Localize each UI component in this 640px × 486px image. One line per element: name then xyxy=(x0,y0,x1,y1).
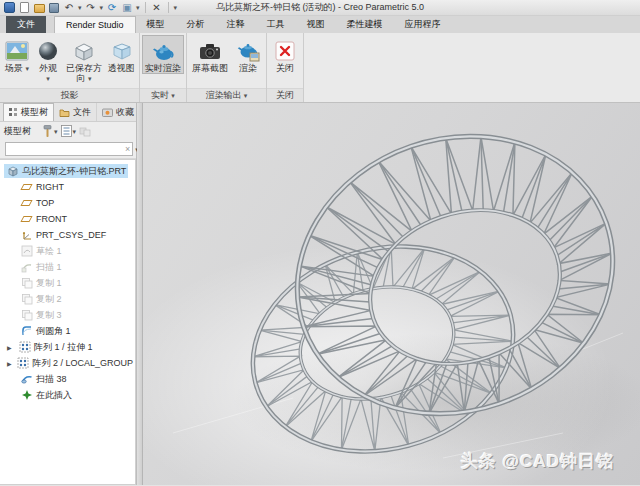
hammer-icon xyxy=(42,125,53,137)
undo-dropdown-icon[interactable]: ▾ xyxy=(78,4,82,11)
tree-item-sweep38[interactable]: 扫描 38 xyxy=(0,371,135,387)
render-button[interactable]: 渲染 xyxy=(232,35,264,74)
tree-item-copy1[interactable]: 复制 1 xyxy=(0,275,135,291)
tab-applications[interactable]: 应用程序 xyxy=(394,16,452,33)
tree-item-pattern2[interactable]: ▶ 阵列 2 / LOCAL_GROUP xyxy=(0,355,135,371)
redo-dropdown-icon[interactable]: ▾ xyxy=(100,4,104,11)
tree-item-sketch1[interactable]: 草绘 1 xyxy=(0,243,135,259)
render-teapot-icon xyxy=(235,38,261,63)
perspective-button-label: 透视图 xyxy=(108,63,135,73)
group-label-render-output[interactable]: 渲染输出▾ xyxy=(187,88,266,102)
tab-annotate[interactable]: 注释 xyxy=(216,16,256,33)
appearance-button-label: 外观 xyxy=(39,63,57,73)
copy-icon xyxy=(20,309,33,321)
sweep-icon xyxy=(20,261,33,273)
realtime-render-button-label: 实时渲染 xyxy=(145,63,181,73)
coordinate-system-icon xyxy=(20,229,33,241)
3d-viewport[interactable]: 头条 @CAD钟日铭 xyxy=(143,103,640,485)
close-window-icon[interactable]: ✕ xyxy=(151,2,163,14)
tab-flexible-modeling[interactable]: 柔性建模 xyxy=(336,16,394,33)
tab-tools[interactable]: 工具 xyxy=(256,16,296,33)
redo-icon[interactable]: ↷ xyxy=(85,2,97,14)
tree-item-copy3[interactable]: 复制 3 xyxy=(0,307,135,323)
customize-toolbar-icon[interactable]: ▾ xyxy=(174,4,178,11)
copy-icon xyxy=(20,293,33,305)
undo-icon[interactable]: ↶ xyxy=(63,2,75,14)
clear-search-icon[interactable]: × xyxy=(123,144,132,154)
app-logo-icon[interactable] xyxy=(3,2,15,14)
settings-icon xyxy=(79,126,91,137)
dropdown-arrow-icon: ▾ xyxy=(73,128,77,135)
perspective-cube-icon xyxy=(108,38,134,63)
open-file-icon[interactable] xyxy=(33,2,45,14)
model-tree-toolbar: 模型树 ▾ ▾ xyxy=(0,122,136,140)
appearance-button[interactable]: 外观▾ xyxy=(33,35,63,84)
appearance-sphere-icon xyxy=(35,38,61,63)
datum-plane-icon xyxy=(20,197,33,209)
tree-search-input[interactable] xyxy=(6,143,123,155)
tab-model-tree[interactable]: 模型树 xyxy=(3,103,54,121)
realtime-render-button[interactable]: 实时渲染 xyxy=(142,35,184,74)
tree-filter-row: × ▾ + xyxy=(0,140,136,159)
title-bar: ↶▾ ↷▾ ⟳ ▣▾ ✕ ▾ 乌比莫斯之环-钟日铭 (活动的) - Creo P… xyxy=(0,0,640,16)
screenshot-button[interactable]: 屏幕截图 xyxy=(189,35,231,74)
tree-item-label: 乌比莫斯之环-钟日铭.PRT xyxy=(22,165,126,178)
save-icon[interactable] xyxy=(48,2,60,14)
tree-item-root-part[interactable]: 乌比莫斯之环-钟日铭.PRT xyxy=(0,163,135,179)
tab-favorites-label: 收藏 xyxy=(116,106,134,119)
model-display-dropdown-icon[interactable]: ▾ xyxy=(136,4,140,11)
dropdown-arrow-icon: ▾ xyxy=(88,75,92,82)
model-tree-title: 模型树 xyxy=(4,125,31,138)
tree-filters-button[interactable]: ▾ xyxy=(61,125,77,137)
list-icon xyxy=(61,125,72,137)
ribbon-group-render-output: 屏幕截图 渲染 渲染输出▾ xyxy=(187,33,267,102)
tree-item-pattern1[interactable]: ▶ 阵列 1 / 拉伸 1 xyxy=(0,339,135,355)
tree-settings-button[interactable] xyxy=(79,126,91,137)
render-button-label: 渲染 xyxy=(239,63,257,73)
tree-item-insert-here[interactable]: 在此插入 xyxy=(0,387,135,403)
tree-item-front-plane[interactable]: FRONT xyxy=(0,211,135,227)
new-file-icon[interactable] xyxy=(18,2,30,14)
tab-model[interactable]: 模型 xyxy=(136,16,176,33)
datum-plane-icon xyxy=(20,213,33,225)
favorites-icon xyxy=(102,108,113,117)
tree-search-box: × xyxy=(5,142,133,156)
model-display-icon[interactable]: ▣ xyxy=(121,2,133,14)
toolbar-divider xyxy=(145,2,146,13)
model-tree: 乌比莫斯之环-钟日铭.PRT RIGHT TOP FRONT PRT_CSYS_… xyxy=(0,159,136,485)
group-label-realtime[interactable]: 实时▾ xyxy=(140,88,186,102)
scene-button[interactable]: 场景 ▾ xyxy=(2,35,32,74)
tree-item-copy2[interactable]: 复制 2 xyxy=(0,291,135,307)
saved-orientations-button[interactable]: 已保存方向 ▾ xyxy=(64,35,104,84)
saved-orientation-cube-icon xyxy=(71,38,97,63)
expand-arrow-icon[interactable]: ▶ xyxy=(7,360,14,367)
close-button[interactable]: 关闭 xyxy=(269,35,301,74)
main-content: 模型树 文件 收藏 模型树 ▾ ▾ xyxy=(0,103,640,485)
close-x-icon xyxy=(272,38,298,63)
tab-view[interactable]: 视图 xyxy=(296,16,336,33)
tab-file[interactable]: 文件 xyxy=(6,16,46,33)
tree-item-sweep1[interactable]: 扫描 1 xyxy=(0,259,135,275)
watermark-text: 头条 @CAD钟日铭 xyxy=(461,450,614,473)
tab-favorites[interactable]: 收藏 xyxy=(97,103,140,121)
tree-item-round1[interactable]: 倒圆角 1 xyxy=(0,323,135,339)
perspective-button[interactable]: 透视图 xyxy=(105,35,137,74)
regenerate-icon[interactable]: ⟳ xyxy=(106,2,118,14)
tab-analysis[interactable]: 分析 xyxy=(176,16,216,33)
quick-access-toolbar: ↶▾ ↷▾ ⟳ ▣▾ ✕ ▾ xyxy=(3,2,177,14)
part-icon xyxy=(6,165,19,177)
model-tree-icon xyxy=(9,108,18,117)
ribbon-group-projection: 场景 ▾ 外观▾ 已保存方向 ▾ 透视图 投影 xyxy=(0,33,140,102)
tab-files[interactable]: 文件 xyxy=(54,103,97,121)
tree-item-csys[interactable]: PRT_CSYS_DEF xyxy=(0,227,135,243)
tree-tools-button[interactable]: ▾ xyxy=(42,125,58,137)
saved-orientations-button-label: 已保存方向 xyxy=(66,63,102,83)
ribbon-tab-bar: 文件 Render Studio 模型 分析 注释 工具 视图 柔性建模 应用程… xyxy=(0,16,640,33)
expand-arrow-icon[interactable]: ▶ xyxy=(7,344,16,351)
tree-item-top-plane[interactable]: TOP xyxy=(0,195,135,211)
tree-item-right-plane[interactable]: RIGHT xyxy=(0,179,135,195)
tab-render-studio[interactable]: Render Studio xyxy=(54,16,136,33)
screenshot-button-label: 屏幕截图 xyxy=(192,63,228,73)
mobius-ring-render xyxy=(143,103,640,485)
sketch-icon xyxy=(20,245,33,257)
